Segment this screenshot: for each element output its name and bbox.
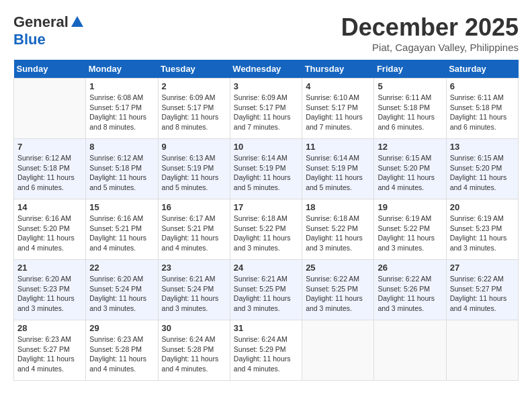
day-header-saturday: Saturday [446,60,518,79]
day-number: 1 [89,81,154,91]
svg-marker-0 [71,16,83,27]
day-info: Sunrise: 6:20 AMSunset: 5:24 PMDaylight:… [89,274,154,314]
daylight-hours: Daylight: 11 hours and 4 minutes. [17,354,82,373]
title-section: December 2025 Piat, Cagayan Valley, Phil… [341,13,519,53]
calendar-cell: 16Sunrise: 6:17 AMSunset: 5:21 PMDayligh… [158,199,230,260]
logo: General Blue [13,13,85,48]
day-header-thursday: Thursday [302,60,374,79]
week-row-1: 1Sunrise: 6:08 AMSunset: 5:17 PMDaylight… [14,79,519,139]
calendar-cell: 1Sunrise: 6:08 AMSunset: 5:17 PMDaylight… [86,79,158,139]
calendar-cell: 20Sunrise: 6:19 AMSunset: 5:23 PMDayligh… [446,199,518,260]
day-info: Sunrise: 6:15 AMSunset: 5:20 PMDaylight:… [378,153,442,193]
daylight-hours: Daylight: 11 hours and 3 minutes. [162,293,226,313]
day-number: 28 [17,323,82,333]
calendar-cell [14,79,86,139]
calendar-cell: 28Sunrise: 6:23 AMSunset: 5:27 PMDayligh… [14,320,86,381]
day-info: Sunrise: 6:22 AMSunset: 5:25 PMDaylight:… [306,274,370,314]
daylight-hours: Daylight: 11 hours and 4 minutes. [162,354,226,373]
day-number: 22 [89,263,154,273]
day-info: Sunrise: 6:21 AMSunset: 5:25 PMDaylight:… [234,274,298,314]
day-info: Sunrise: 6:18 AMSunset: 5:22 PMDaylight:… [306,214,370,253]
calendar-cell: 5Sunrise: 6:11 AMSunset: 5:18 PMDaylight… [374,79,446,139]
day-info: Sunrise: 6:14 AMSunset: 5:19 PMDaylight:… [234,153,298,193]
location-text: Piat, Cagayan Valley, Philippines [341,42,519,53]
day-info: Sunrise: 6:08 AMSunset: 5:17 PMDaylight:… [89,93,154,132]
day-number: 11 [306,142,370,152]
calendar-cell [374,320,446,381]
daylight-hours: Daylight: 11 hours and 4 minutes. [89,354,154,373]
calendar-cell: 15Sunrise: 6:16 AMSunset: 5:21 PMDayligh… [86,199,158,260]
day-number: 19 [378,202,442,212]
calendar-cell: 13Sunrise: 6:15 AMSunset: 5:20 PMDayligh… [446,139,518,199]
daylight-hours: Daylight: 11 hours and 4 minutes. [378,173,442,192]
day-info: Sunrise: 6:21 AMSunset: 5:24 PMDaylight:… [162,274,226,314]
day-number: 9 [162,142,226,152]
calendar-cell: 27Sunrise: 6:22 AMSunset: 5:27 PMDayligh… [446,260,518,320]
daylight-hours: Daylight: 11 hours and 4 minutes. [450,293,515,313]
days-header-row: SundayMondayTuesdayWednesdayThursdayFrid… [14,60,519,79]
day-info: Sunrise: 6:15 AMSunset: 5:20 PMDaylight:… [450,153,515,193]
day-info: Sunrise: 6:12 AMSunset: 5:18 PMDaylight:… [17,153,82,193]
day-info: Sunrise: 6:11 AMSunset: 5:18 PMDaylight:… [450,93,515,132]
day-info: Sunrise: 6:24 AMSunset: 5:28 PMDaylight:… [162,334,226,374]
calendar-cell: 6Sunrise: 6:11 AMSunset: 5:18 PMDaylight… [446,79,518,139]
daylight-hours: Daylight: 11 hours and 4 minutes. [17,233,82,253]
daylight-hours: Daylight: 11 hours and 3 minutes. [306,293,370,313]
day-number: 15 [89,202,154,212]
day-number: 29 [89,323,154,333]
day-info: Sunrise: 6:16 AMSunset: 5:21 PMDaylight:… [89,214,154,253]
day-header-monday: Monday [86,60,158,79]
day-header-sunday: Sunday [14,60,86,79]
day-number: 26 [378,263,442,273]
day-info: Sunrise: 6:19 AMSunset: 5:22 PMDaylight:… [378,214,442,253]
day-info: Sunrise: 6:11 AMSunset: 5:18 PMDaylight:… [378,93,442,132]
daylight-hours: Daylight: 11 hours and 3 minutes. [234,293,298,313]
daylight-hours: Daylight: 11 hours and 6 minutes. [378,112,442,132]
daylight-hours: Daylight: 11 hours and 3 minutes. [378,233,442,253]
day-info: Sunrise: 6:22 AMSunset: 5:26 PMDaylight:… [378,274,442,314]
day-number: 4 [306,81,370,91]
daylight-hours: Daylight: 11 hours and 7 minutes. [306,112,370,132]
daylight-hours: Daylight: 11 hours and 6 minutes. [17,173,82,192]
daylight-hours: Daylight: 11 hours and 7 minutes. [234,112,298,132]
daylight-hours: Daylight: 11 hours and 5 minutes. [234,173,298,192]
calendar-cell: 9Sunrise: 6:13 AMSunset: 5:19 PMDaylight… [158,139,230,199]
calendar-cell: 17Sunrise: 6:18 AMSunset: 5:22 PMDayligh… [230,199,302,260]
day-number: 21 [17,263,82,273]
logo-general-text: General [13,13,69,31]
day-info: Sunrise: 6:23 AMSunset: 5:27 PMDaylight:… [17,334,82,374]
calendar-cell: 14Sunrise: 6:16 AMSunset: 5:20 PMDayligh… [14,199,86,260]
daylight-hours: Daylight: 11 hours and 6 minutes. [450,112,515,132]
daylight-hours: Daylight: 11 hours and 5 minutes. [306,173,370,192]
day-number: 7 [17,142,82,152]
week-row-2: 7Sunrise: 6:12 AMSunset: 5:18 PMDaylight… [14,139,519,199]
daylight-hours: Daylight: 11 hours and 5 minutes. [89,173,154,192]
day-number: 16 [162,202,226,212]
logo-icon [70,15,85,30]
calendar-cell: 25Sunrise: 6:22 AMSunset: 5:25 PMDayligh… [302,260,374,320]
day-number: 13 [450,142,515,152]
calendar-cell: 31Sunrise: 6:24 AMSunset: 5:29 PMDayligh… [230,320,302,381]
calendar-cell: 19Sunrise: 6:19 AMSunset: 5:22 PMDayligh… [374,199,446,260]
day-info: Sunrise: 6:12 AMSunset: 5:18 PMDaylight:… [89,153,154,193]
calendar-table: SundayMondayTuesdayWednesdayThursdayFrid… [13,60,519,381]
daylight-hours: Daylight: 11 hours and 4 minutes. [450,173,515,192]
daylight-hours: Daylight: 11 hours and 3 minutes. [234,233,298,253]
day-number: 6 [450,81,515,91]
week-row-5: 28Sunrise: 6:23 AMSunset: 5:27 PMDayligh… [14,320,519,381]
calendar-cell: 12Sunrise: 6:15 AMSunset: 5:20 PMDayligh… [374,139,446,199]
daylight-hours: Daylight: 11 hours and 3 minutes. [378,293,442,313]
day-number: 18 [306,202,370,212]
day-info: Sunrise: 6:22 AMSunset: 5:27 PMDaylight:… [450,274,515,314]
daylight-hours: Daylight: 11 hours and 3 minutes. [89,293,154,313]
day-number: 14 [17,202,82,212]
logo-blue-text: Blue [13,31,46,48]
calendar-cell: 11Sunrise: 6:14 AMSunset: 5:19 PMDayligh… [302,139,374,199]
calendar-cell: 10Sunrise: 6:14 AMSunset: 5:19 PMDayligh… [230,139,302,199]
daylight-hours: Daylight: 11 hours and 8 minutes. [89,112,154,132]
daylight-hours: Daylight: 11 hours and 4 minutes. [89,233,154,253]
day-info: Sunrise: 6:16 AMSunset: 5:20 PMDaylight:… [17,214,82,253]
day-info: Sunrise: 6:23 AMSunset: 5:28 PMDaylight:… [89,334,154,374]
month-title: December 2025 [341,13,519,42]
calendar-cell: 24Sunrise: 6:21 AMSunset: 5:25 PMDayligh… [230,260,302,320]
